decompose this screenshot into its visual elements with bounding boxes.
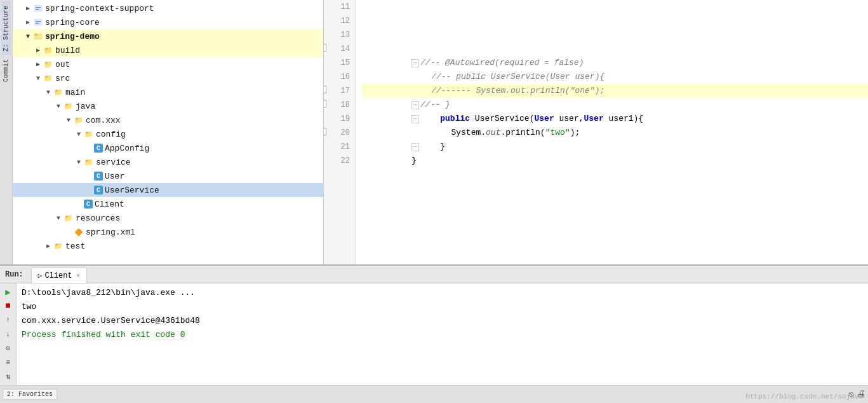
svg-rect-2 [36,9,39,10]
tree-item-main[interactable]: ▼ 📁 main [13,85,323,99]
tree-label-build: build [55,46,80,55]
class-icon-user: C [94,172,103,181]
tree-arrow-spring-core[interactable]: ▶ [23,17,33,27]
code-20: } [420,142,445,151]
tree-arrow-userservice [84,185,94,195]
tree-item-out[interactable]: ▶ 📁 out [13,57,323,71]
code-editor[interactable]: 11 12 13 14 − 15 16 17 − 18 − 19 [324,0,868,264]
run-scroll2-button[interactable]: ⇅ [2,371,15,383]
kw-public-18: public [420,114,475,123]
tree-arrow-main[interactable]: ▼ [43,87,53,97]
module-icon-spring-demo [33,31,43,41]
tree-label-springxml: spring.xml [86,228,135,237]
ln-21: 21 [328,140,350,154]
tree-item-resources[interactable]: ▼ 📁 resources [13,211,323,225]
sidebar-structure-label[interactable]: Z: Structure [1,1,11,55]
tree-arrow-config[interactable]: ▼ [74,129,84,139]
module-icon [33,3,43,13]
folder-icon-main: 📁 [53,87,63,97]
run-tab-close[interactable]: × [76,272,81,280]
tree-arrow-out[interactable]: ▶ [33,59,43,69]
ln-22: 22 [328,154,350,168]
tree-item-comxxx[interactable]: ▼ 📁 com.xxx [13,113,323,127]
tree-item-service[interactable]: ▼ 📁 service [13,155,323,169]
file-tree: ▶ spring-context-support ▶ spring-core ▼ [13,0,323,264]
tree-label-spring-core: spring-core [45,18,100,27]
tree-item-config[interactable]: ▼ 📁 config [13,127,323,141]
class-icon-appconfig: C [94,144,103,153]
tree-item-user[interactable]: C User [13,169,323,183]
tree-arrow-spring-demo[interactable]: ▼ [23,31,33,41]
run-tab-name: Client [44,271,72,280]
tree-arrow-build[interactable]: ▶ [33,45,43,55]
tree-arrow-service[interactable]: ▼ [74,157,84,167]
tree-arrow-comxxx[interactable]: ▼ [63,115,74,125]
tree-item-userservice[interactable]: C UserService [13,183,323,197]
fold-btn-17[interactable]: − [324,86,326,93]
tree-arrow-spring-context-support[interactable]: ▶ [23,3,33,13]
var-user1: user1){ [609,114,644,123]
tree-arrow-test[interactable]: ▶ [43,241,53,251]
ln-11: 11 [328,0,350,14]
line-numbers: 11 12 13 14 − 15 16 17 − 18 − 19 [324,0,356,264]
fold-marker-14: ─ [411,59,419,67]
folder-icon-config: 📁 [84,129,94,139]
run-up-button[interactable]: ↑ [2,315,15,326]
ln-17: 17 − [328,84,350,98]
sidebar-commit-label[interactable]: Commit [1,55,11,86]
folder-icon-service: 📁 [84,157,94,167]
fold-btn-20[interactable]: − [324,128,326,135]
tree-label-appconfig: AppConfig [105,144,149,153]
bottom-favorites-label[interactable]: 2: Favorites [3,389,57,400]
folder-icon-test: 📁 [53,241,63,251]
tree-label-service: service [96,158,131,167]
tree-label-main: main [65,88,85,97]
run-down-button[interactable]: ↓ [2,329,15,340]
run-tab-client[interactable]: ▷ Client × [31,268,87,283]
tree-arrow-src[interactable]: ▼ [33,73,43,83]
kw-user2: User [584,114,609,123]
code-line-22 [362,154,868,168]
watermark: https://blog.csdn.net/sojava [745,393,863,400]
folder-icon-resources: 📁 [63,213,74,223]
ln-15: 15 [328,56,350,70]
folder-icon-java: 📁 [63,101,74,111]
run-stop-button[interactable]: ■ [2,300,15,311]
ln-18: 18 − [328,98,350,112]
run-camera-button[interactable]: ⊙ [2,343,15,354]
class-icon-client: C [84,200,93,208]
folder-icon-src: 📁 [43,73,53,83]
code-line-12 [362,14,868,28]
module-icon-spring-core [33,17,43,27]
tree-item-spring-demo[interactable]: ▼ spring-demo [13,29,323,43]
fold-marker-20: ─ [411,143,419,151]
tree-item-test[interactable]: ▶ 📁 test [13,239,323,253]
tree-item-appconfig[interactable]: C AppConfig [13,141,323,155]
folder-icon-out: 📁 [43,59,53,69]
fold-btn-14[interactable]: − [324,44,326,51]
tree-item-java[interactable]: ▼ 📁 java [13,99,323,113]
tree-item-build[interactable]: ▶ 📁 build [13,43,323,57]
code-21: } [411,156,417,165]
output-line-5: Process finished with exit code 0 [22,328,863,342]
tree-label-src: src [55,74,70,83]
ln-14: 14 − [328,42,350,56]
run-play-button[interactable]: ▶ [2,286,15,297]
output-line-1: D:\tools\java8_212\bin\java.exe ... [22,286,863,300]
run-scroll-button[interactable]: ≡ [2,357,15,368]
tree-item-springxml[interactable]: 🔶 spring.xml [13,225,323,239]
tree-item-spring-core[interactable]: ▶ spring-core [13,15,323,29]
xml-icon-springxml: 🔶 [74,227,84,237]
tree-arrow-java[interactable]: ▼ [53,101,63,111]
tree-label-comxxx: com.xxx [86,116,121,125]
tree-item-client[interactable]: C Client [13,197,323,211]
fold-btn-18[interactable]: − [324,100,326,107]
code-content[interactable]: ─//-- @Autowired(required = false) //-- … [356,0,868,264]
tree-item-spring-context-support[interactable]: ▶ spring-context-support [13,1,323,15]
comment-15: //-- public UserService(User user){ [411,72,604,81]
tree-label-java: java [76,102,95,111]
tree-arrow-resources[interactable]: ▼ [53,213,63,223]
project-tree-panel: ▶ spring-context-support ▶ spring-core ▼ [13,0,324,264]
tree-item-src[interactable]: ▼ 📁 src [13,71,323,85]
run-panel: Run: ▷ Client × ▶ ■ ↑ ↓ ⊙ ≡ ⇅ D:\tools\j… [0,264,868,385]
